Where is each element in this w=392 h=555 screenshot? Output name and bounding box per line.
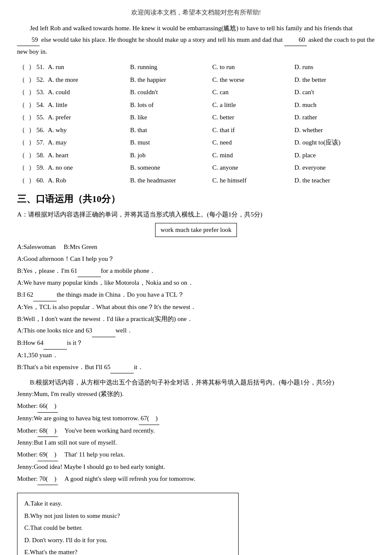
option-54-1: B. lots of [128,99,210,112]
partB-intro: Jenny:Mum, I'm really stressed (紧张的). [17,388,375,400]
option-57-1: B. must [128,136,210,149]
partA-dialogs: A:Good afternoon！Can I help you？B:Yes，pl… [17,253,375,374]
option-53-2: C. can [210,86,293,99]
dialog-line: B:Well，I don't want the newest．I'd like … [17,313,375,325]
option-60-2: C. he himself [210,174,293,187]
option-52-1: B. the happier [128,74,210,87]
answer-option: E.What's the matter? [24,546,231,555]
option-55-2: C. better [210,111,293,124]
option-54-0: A. little [46,99,128,112]
options-table: （ ）51.A. runB. runningC. to runD. runs（ … [17,61,375,187]
option-60-0: A. Rob [46,174,128,187]
question-paren: （ ）58. [17,149,46,162]
dialog-line: B:How 64 is it？ [17,337,375,350]
option-51-1: B. running [128,61,210,74]
partA-section: A：请根据对话内容选择正确的单词，并将其适当形式填入横线上。(每小题1分，共5分… [17,209,375,373]
blank-63 [92,325,115,337]
blank-61 [78,265,101,278]
partB-dialogs: Mother:66( )Jenny:We are going to havea … [17,400,375,485]
option-55-1: B. like [128,111,210,124]
option-59-0: A. no one [46,162,128,174]
dialog-line: A:1,350 yuan． [17,350,375,361]
option-51-2: C. to run [210,61,293,74]
blank-59: 59 [17,34,40,46]
question-paren: （ ）59. [17,162,46,174]
question-paren: （ ）53. [17,86,46,99]
option-51-3: D. runs [293,61,375,74]
answer-option: A.Take it easy. [24,497,231,510]
question-paren: （ ）51. [17,61,46,74]
option-57-3: D. ought to(应该) [293,136,375,149]
option-56-0: A. why [46,124,128,137]
answer-box-container: A.Take it easy.B.Why not just listen to … [17,489,375,555]
answer-option: B.Why not just listen to some music? [24,510,231,522]
option-51-0: A. run [46,61,128,74]
blank-65 [110,361,134,374]
dialog-line: A:Good afternoon！Can I help you？ [17,253,375,265]
blank-64 [43,337,67,350]
answer-option: C.That could be better. [24,522,231,534]
partB-instruction: B:根据对话内容，从方框中选出五个合适的句子补全对话，并将其标号填入题后括号内。… [17,377,375,388]
dialog-line: Jenny:Good idea! Maybe I should go to be… [17,461,375,473]
option-57-2: C. need [210,136,293,149]
welcome-text: 欢迎阅读本文档，希望本文档能对您有所帮助! [131,9,261,16]
dialog-line: A:Yes，TCL is also popular．What about thi… [17,301,375,313]
welcome-header: 欢迎阅读本文档，希望本文档能对您有所帮助! [17,9,375,17]
blank-70: 70( ) [37,473,58,486]
dialog-line: B:I 62 the things made in China．Do you h… [17,289,375,301]
word-box: work much take prefer look [155,223,237,237]
option-57-0: A. may [46,136,128,149]
question-paren: （ ）55. [17,111,46,124]
answer-box: A.Take it easy.B.Why not just listen to … [17,493,239,555]
option-52-0: A. the more [46,74,128,87]
roles-line: A:Saleswoman B:Mrs Green [17,241,375,253]
option-59-1: B. someone [128,162,210,174]
option-60-1: B. the headmaster [128,174,210,187]
blank-69: 69( ) [37,449,58,461]
option-56-2: C. that if [210,124,293,137]
dialog-line: A:This one looks nice and 63 well． [17,325,375,337]
option-56-3: D. whether [293,124,375,137]
option-54-2: C. a little [210,99,293,112]
question-paren: （ ）57. [17,136,46,149]
option-53-1: B. couldn't [128,86,210,99]
answer-option: D. Don't worry. I'll do it for you. [24,534,231,546]
dialog-line: A:We have many popular kinds，like Motoro… [17,277,375,289]
option-58-1: B. job [128,149,210,162]
question-paren: （ ）52. [17,74,46,87]
dialog-line: Mother:69( ) That' 11 help you relax. [17,449,375,461]
option-56-1: B. that [128,124,210,137]
option-53-0: A. could [46,86,128,99]
dialog-line: Jenny:But I am still not sure of myself. [17,437,375,449]
option-60-3: D. the teacher [293,174,375,187]
option-58-2: C. mind [210,149,293,162]
option-58-0: A. heart [46,149,128,162]
option-55-3: D. rather [293,111,375,124]
question-paren: （ ）54. [17,99,46,112]
partB-section: B:根据对话内容，从方框中选出五个合适的句子补全对话，并将其标号填入题后括号内。… [17,377,375,555]
dialog-line: Mother:70( ) A good night's sleep will r… [17,473,375,486]
section3-title: 三、口语运用（共10分） [17,193,375,205]
dialog-line: B:Yes，please．I'm 61 for a mobile phone． [17,265,375,278]
passage-text: Jed left Rob and walked towards home. He… [17,23,375,58]
dialog-line: B:That's a bit expensive．But I'll 65 it． [17,361,375,374]
dialog-line: Mother:68( ) You've been working hard re… [17,425,375,437]
option-59-2: C. anyone [210,162,293,174]
blank-60: 60 [284,34,307,46]
word-box-wrapper: work much take prefer look [17,220,375,240]
dialog-line: Mother:66( ) [17,400,375,413]
option-52-3: D. the better [293,74,375,87]
option-52-2: C. the worse [210,74,293,87]
blank-68: 68( ) [37,425,58,437]
blank-67: 67( ) [139,413,159,425]
dialog-line: Jenny:We are going to havea big test tom… [17,413,375,425]
questions-section: （ ）51.A. runB. runningC. to runD. runs（ … [17,61,375,187]
option-58-3: D. place [293,149,375,162]
blank-66: 66( ) [37,400,58,413]
option-53-3: D. can't [293,86,375,99]
question-paren: （ ）60. [17,174,46,187]
option-54-3: D. much [293,99,375,112]
option-55-0: A. prefer [46,111,128,124]
partA-instruction: A：请根据对话内容选择正确的单词，并将其适当形式填入横线上。(每小题1分，共5分… [17,209,375,220]
blank-62 [33,289,57,301]
